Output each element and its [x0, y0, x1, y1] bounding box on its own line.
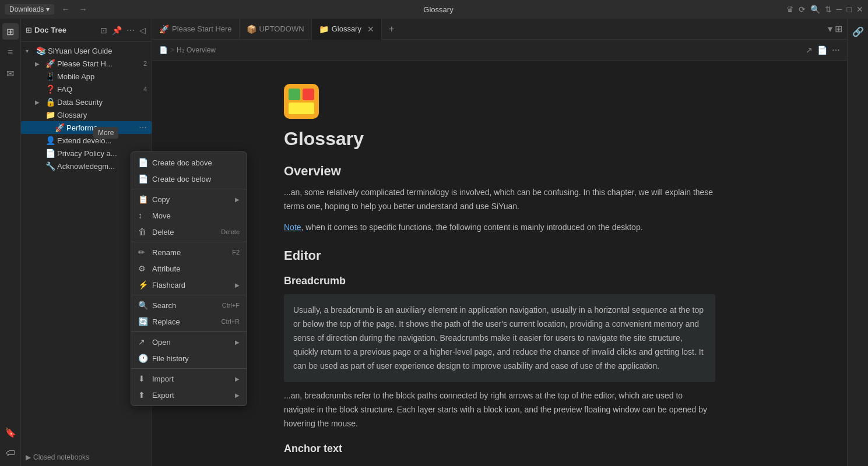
tree-pin-icon[interactable]: 📌 — [111, 24, 123, 36]
menu-import[interactable]: ⬇ Import ▶ — [131, 370, 247, 387]
tab-please-start-label: Please Start Here — [172, 24, 232, 33]
tree-expand-icon[interactable]: ⊡ — [99, 24, 108, 36]
data-security-icon: 🔒 — [45, 97, 55, 107]
move-label: Move — [152, 211, 240, 220]
mobile-app-label: Mobile App — [57, 72, 147, 81]
maximize-button[interactable]: □ — [847, 5, 852, 14]
tree-item-performa[interactable]: 🚀 Performa... ⋯ — [21, 121, 152, 134]
sidebar-bookmark-icon[interactable]: 🔖 — [2, 424, 19, 440]
nav-forward-button[interactable]: → — [75, 3, 90, 15]
faq-label: FAQ — [57, 85, 139, 94]
breadcrumb: 📄 > H₂ Overview — [159, 46, 216, 54]
tab-glossary-icon: 📁 — [319, 24, 328, 34]
sidebar-outline-icon[interactable]: ≡ — [2, 44, 19, 61]
menu-divider-3 — [131, 295, 247, 295]
tree-header-icons: ⊡ 📌 ⋯ ◁ — [99, 24, 147, 36]
menu-move[interactable]: ↕ Move — [131, 207, 247, 224]
open-label: Open — [152, 338, 230, 347]
search-global-icon[interactable]: 🔍 — [810, 5, 820, 14]
copy-arrow-icon: ▶ — [235, 196, 240, 203]
breadcrumb-item: H₂ Overview — [177, 46, 216, 54]
nav-back-button[interactable]: ← — [58, 3, 73, 15]
menu-divider-1 — [131, 189, 247, 189]
tab-uptodown[interactable]: 📦 UPTODOWN — [240, 19, 312, 40]
glossary-icon: 📁 — [45, 110, 55, 119]
create-below-icon: 📄 — [138, 174, 147, 183]
flashcard-label: Flashcard — [152, 281, 230, 290]
svg-rect-2 — [303, 89, 314, 100]
tab-new-button[interactable]: + — [382, 24, 401, 34]
expand-arrow-icon: ▶ — [35, 61, 43, 67]
app-body: ⊞ ≡ ✉ 🔖 🏷 ⊞ Doc Tree ⊡ 📌 ⋯ ◁ ▾ 📚 SiYuan … — [0, 19, 868, 466]
crown-icon[interactable]: ♛ — [786, 5, 794, 14]
menu-rename[interactable]: ✏ Rename F2 — [131, 244, 247, 260]
closed-notebooks-arrow: ▶ — [26, 453, 31, 461]
attribute-icon: ⚙ — [138, 264, 147, 273]
closed-notebooks-label: Closed notebooks — [33, 453, 89, 461]
flashcard-arrow-icon: ▶ — [235, 282, 240, 288]
tree-item-mobile-app[interactable]: 📱 Mobile App — [21, 70, 152, 83]
closed-notebooks[interactable]: ▶ Closed notebooks — [21, 449, 152, 466]
tree-item-faq[interactable]: ❓ FAQ 4 — [21, 83, 152, 96]
tree-item-extend-dev[interactable]: 👤 Extend develo... — [21, 134, 152, 147]
tab-uptodown-label: UPTODOWN — [259, 24, 304, 33]
editor-toolbar: 📄 > H₂ Overview ↗ 📄 ⋯ — [152, 40, 847, 61]
doc-title: Glossary — [284, 128, 715, 150]
menu-copy[interactable]: 📋 Copy ▶ — [131, 191, 247, 207]
doc-icon — [284, 84, 319, 119]
breadcrumb-file-icon: 📄 — [159, 46, 168, 54]
import-arrow-icon: ▶ — [235, 376, 240, 382]
please-start-count: 2 — [143, 60, 147, 67]
sync-icon[interactable]: ⇅ — [825, 5, 832, 14]
tree-collapse-icon[interactable]: ◁ — [138, 24, 147, 36]
menu-open[interactable]: ↗ Open ▶ — [131, 334, 247, 350]
menu-create-below[interactable]: 📄 Create doc below — [131, 171, 247, 187]
menu-attribute[interactable]: ⚙ Attribute — [131, 260, 247, 277]
tab-please-start[interactable]: 🚀 Please Start Here — [152, 19, 240, 40]
context-menu: 📄 Create doc above 📄 Create doc below 📋 … — [131, 151, 247, 406]
tab-glossary[interactable]: 📁 Glossary ✕ — [312, 19, 382, 40]
menu-search[interactable]: 🔍 Search Ctrl+F — [131, 297, 247, 313]
left-icon-sidebar: ⊞ ≡ ✉ 🔖 🏷 — [0, 19, 21, 466]
editor-new-doc-button[interactable]: 📄 — [817, 45, 827, 55]
tree-more-icon[interactable]: ⋯ — [125, 24, 136, 36]
editor-area[interactable]: Glossary Overview ...an, some relatively… — [152, 61, 847, 466]
tree-item-data-security[interactable]: ▶ 🔒 Data Security — [21, 96, 152, 108]
menu-file-history[interactable]: 🕐 File history — [131, 350, 247, 366]
note-link[interactable]: Note — [284, 223, 301, 232]
titlebar-left: Downloads ▾ ← → — [5, 3, 90, 15]
tab-glossary-close-button[interactable]: ✕ — [367, 24, 374, 34]
minimize-button[interactable]: ─ — [837, 5, 842, 14]
mobile-app-icon: 📱 — [45, 72, 55, 81]
sidebar-inbox-icon[interactable]: ✉ — [2, 65, 19, 82]
extend-dev-icon: 👤 — [45, 136, 55, 145]
flashcard-icon: ⚡ — [138, 280, 147, 290]
svg-rect-3 — [289, 103, 314, 114]
breadcrumb-definition-text: Usually, a breadcrumb is an auxiliary el… — [293, 303, 706, 373]
tab-list-button[interactable]: ▾ — [828, 23, 832, 34]
menu-replace[interactable]: 🔄 Replace Ctrl+R — [131, 313, 247, 330]
item-more-button[interactable]: ⋯ — [139, 123, 147, 132]
tree-root-item[interactable]: ▾ 📚 SiYuan User Guide — [21, 44, 152, 57]
please-start-icon: 🚀 — [45, 59, 55, 68]
sidebar-files-icon[interactable]: ⊞ — [2, 23, 19, 40]
attribute-label: Attribute — [152, 264, 240, 273]
menu-flashcard[interactable]: ⚡ Flashcard ▶ — [131, 277, 247, 293]
section-editor: Editor — [284, 248, 715, 263]
menu-delete[interactable]: 🗑 Delete Delete — [131, 224, 247, 240]
right-sidebar-link-icon[interactable]: 🔗 — [850, 23, 866, 40]
root-icon: 📚 — [36, 46, 45, 55]
titlebar-right: ♛ ⟳ 🔍 ⇅ ─ □ ✕ — [786, 5, 863, 14]
tab-layout-button[interactable]: ⊞ — [835, 23, 842, 34]
downloads-button[interactable]: Downloads ▾ — [5, 4, 54, 15]
tree-item-please-start[interactable]: ▶ 🚀 Please Start H... 2 — [21, 57, 152, 70]
open-icon: ↗ — [138, 337, 147, 347]
sidebar-tag-icon[interactable]: 🏷 — [2, 445, 19, 461]
editor-more-button[interactable]: ⋯ — [832, 45, 840, 55]
menu-export[interactable]: ⬆ Export ▶ — [131, 387, 247, 403]
refresh-icon[interactable]: ⟳ — [799, 5, 806, 14]
menu-create-above[interactable]: 📄 Create doc above — [131, 154, 247, 171]
tree-item-glossary[interactable]: 📁 Glossary — [21, 108, 152, 121]
close-button[interactable]: ✕ — [856, 5, 863, 14]
editor-export-button[interactable]: ↗ — [806, 45, 813, 55]
